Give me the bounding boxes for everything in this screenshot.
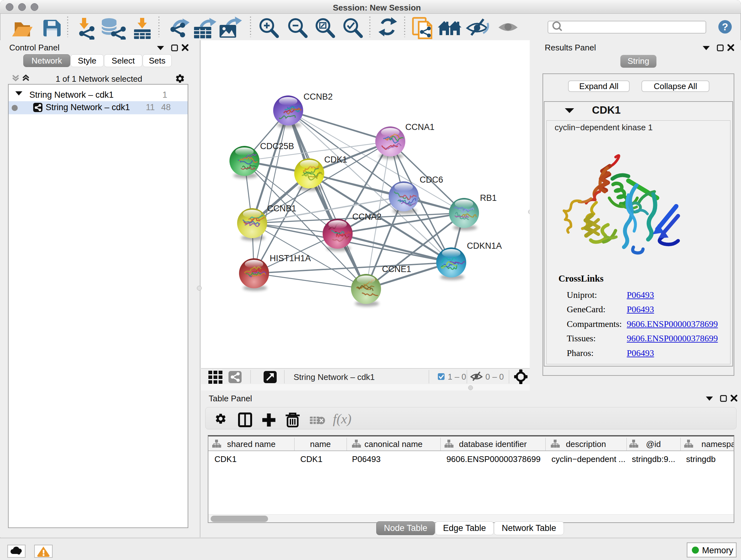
svg-text:CCNB1: CCNB1 [267, 204, 296, 213]
svg-text:RB1: RB1 [480, 193, 497, 203]
svg-text:CDC6: CDC6 [420, 175, 443, 185]
svg-text:f(x): f(x) [333, 412, 351, 427]
svg-text:0 – 0: 0 – 0 [485, 372, 504, 381]
svg-text:CCNE1: CCNE1 [382, 264, 411, 274]
svg-text:CCNA1: CCNA1 [405, 122, 434, 132]
svg-text:CCNA2: CCNA2 [352, 212, 382, 222]
svg-text:1 – 0: 1 – 0 [448, 372, 466, 381]
svg-text:CDKN1A: CDKN1A [467, 241, 502, 251]
svg-text:String Network – cdk1: String Network – cdk1 [293, 372, 375, 382]
svg-text:?: ? [722, 21, 728, 33]
svg-text:CDC25B: CDC25B [260, 141, 294, 151]
svg-text:HIST1H1A: HIST1H1A [270, 253, 311, 263]
svg-text:CCNB2: CCNB2 [304, 92, 333, 102]
svg-text:CDK1: CDK1 [324, 155, 347, 165]
